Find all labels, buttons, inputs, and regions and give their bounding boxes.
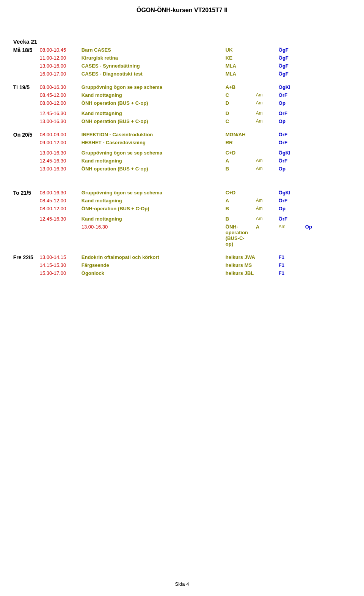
event-code: C — [223, 117, 254, 125]
event-loc: ÖgF — [276, 46, 303, 54]
event-desc: CASES - Synnedsättning — [79, 62, 223, 70]
table-row: 12.45-16.30 Kand mottagning D Am ÖrF — [11, 109, 353, 117]
event-code: helkurs MS — [223, 261, 276, 269]
event-code: MLA — [223, 70, 254, 78]
event-desc: Kand mottagning — [79, 157, 223, 165]
time-cell: 08.00-09.00 — [38, 131, 79, 139]
table-row: Fre 22/5 13.00-14.15 Endokrin oftalmopat… — [11, 253, 353, 261]
event-code: D — [223, 109, 254, 117]
time-cell: 12.45-16.30 — [38, 157, 79, 165]
event-code: A — [223, 157, 254, 165]
table-row: 08.45-12.00 Kand mottagning C Am ÖrF — [11, 91, 353, 99]
time-cell: 12.45-16.30 — [38, 109, 79, 117]
table-row: 13.00-16.30 Gruppövning ögon se sep sche… — [11, 149, 353, 157]
event-loc: ÖgF — [276, 70, 303, 78]
event-desc: Gruppövning ögon se sep schema — [79, 83, 223, 91]
event-loc: ÖrF — [276, 139, 303, 147]
day-label: On 20/5 — [11, 131, 38, 173]
time-cell: 08.00-12.00 — [38, 99, 79, 107]
event-am: Am — [254, 165, 276, 173]
time-cell: 08.00-12.00 — [38, 205, 79, 213]
table-row: 11.00-12.00 Kirurgisk retina KE ÖgF — [11, 54, 353, 62]
event-desc: Kirurgisk retina — [79, 54, 223, 62]
event-loc: ÖgF — [276, 54, 303, 62]
event-loc: ÖgKl — [276, 189, 303, 197]
day-label: Ti 19/5 — [11, 83, 38, 117]
event-am: Am — [254, 99, 276, 107]
event-am: Am — [254, 91, 276, 99]
event-loc: ÖrF — [276, 197, 303, 205]
event-am: Am — [254, 197, 276, 205]
event-desc: HESHET - Caseredovisning — [79, 139, 223, 147]
table-row: 14.15-15.30 Färgseende helkurs MS F1 — [11, 261, 353, 269]
event-desc: INFEKTION - Caseintroduktion — [79, 131, 223, 139]
event-desc: Kand mottagning — [79, 109, 223, 117]
table-row: 13.00-16.30 ÖNH-operation (BUS-C-op) A A… — [11, 223, 353, 248]
event-loc: ÖrF — [276, 157, 303, 165]
event-code: A+B — [223, 83, 254, 91]
time-cell: 13.00-16.30 — [38, 117, 79, 125]
event-code: B — [223, 215, 254, 223]
time-cell: 11.00-12.00 — [38, 54, 79, 62]
event-desc: ÖNH-operation (BUS-C-op) — [223, 223, 254, 248]
event-desc: ÖNH operation (BUS + C-op) — [79, 117, 223, 125]
event-desc: Barn CASES — [79, 46, 223, 54]
time-cell: 08.45-12.00 — [38, 91, 79, 99]
page-footer: Sida 4 — [0, 581, 364, 587]
event-desc: Ögonlock — [79, 269, 223, 277]
table-row: 09.00-12.00 HESHET - Caseredovisning RR … — [11, 139, 353, 147]
time-cell: 16.00-17.00 — [38, 70, 79, 78]
event-loc: F1 — [276, 261, 303, 269]
week-label-row: Vecka 21 — [11, 37, 353, 46]
time-cell: 08.00-16.30 — [38, 189, 79, 197]
event-desc: Kand mottagning — [79, 215, 223, 223]
event-loc: ÖgKl — [276, 149, 303, 157]
event-desc: ÖNH-operation (BUS + C-Op) — [79, 205, 223, 213]
table-row: 13.00-16.00 CASES - Synnedsättning MLA Ö… — [11, 62, 353, 70]
time-cell: 13.00-14.15 — [38, 253, 79, 261]
event-code: C+D — [223, 149, 254, 157]
event-code: helkurs JBL — [223, 269, 276, 277]
event-am: Am — [254, 109, 276, 117]
event-loc: Op — [276, 99, 303, 107]
event-code: MGN/AH — [223, 131, 254, 139]
event-desc: ÖNH operation (BUS + C-op) — [79, 99, 223, 107]
event-desc: CASES - Diagnostiskt test — [79, 70, 223, 78]
event-loc: ÖgF — [276, 62, 303, 70]
event-loc: ÖgKl — [276, 83, 303, 91]
event-desc: Kand mottagning — [79, 197, 223, 205]
event-am: Am — [254, 205, 276, 213]
event-am: Am — [254, 215, 276, 223]
event-loc: F1 — [276, 269, 303, 277]
event-code: D — [223, 99, 254, 107]
event-loc: Op — [303, 223, 353, 248]
table-row: 16.00-17.00 CASES - Diagnostiskt test ML… — [11, 70, 353, 78]
table-row: 08.00-12.00 ÖNH-operation (BUS + C-Op) B… — [11, 205, 353, 213]
event-loc: Op — [276, 165, 303, 173]
event-code: A — [223, 197, 254, 205]
event-loc: Op — [276, 205, 303, 213]
event-desc: Endokrin oftalmopati och körkort — [79, 253, 223, 261]
event-code: C+D — [223, 189, 254, 197]
event-loc: ÖrF — [276, 131, 303, 139]
table-row: 13.00-16.30 ÖNH operation (BUS + C-op) B… — [11, 165, 353, 173]
day-label: Må 18/5 — [11, 46, 38, 78]
table-row: On 20/5 08.00-09.00 INFEKTION - Caseintr… — [11, 131, 353, 139]
time-cell: 14.15-15.30 — [38, 261, 79, 269]
event-loc: ÖrF — [276, 109, 303, 117]
table-row: To 21/5 08.00-16.30 Gruppövning ögon se … — [11, 189, 353, 197]
time-cell: 15.30-17.00 — [38, 269, 79, 277]
table-row: 15.30-17.00 Ögonlock helkurs JBL F1 — [11, 269, 353, 277]
event-loc: F1 — [276, 253, 303, 261]
event-desc: Kand mottagning — [79, 91, 223, 99]
table-row: Må 18/5 08.00-10.45 Barn CASES UK ÖgF — [11, 46, 353, 54]
page-title: ÖGON-ÖNH-kursen VT2015T7 II — [0, 0, 364, 17]
event-loc: Op — [276, 117, 303, 125]
event-code: B — [223, 165, 254, 173]
event-code: MLA — [223, 62, 254, 70]
event-code: C — [223, 91, 254, 99]
event-code: B — [223, 205, 254, 213]
event-code: UK — [223, 46, 254, 54]
time-cell: 13.00-16.30 — [79, 223, 223, 248]
event-loc: ÖrF — [276, 215, 303, 223]
